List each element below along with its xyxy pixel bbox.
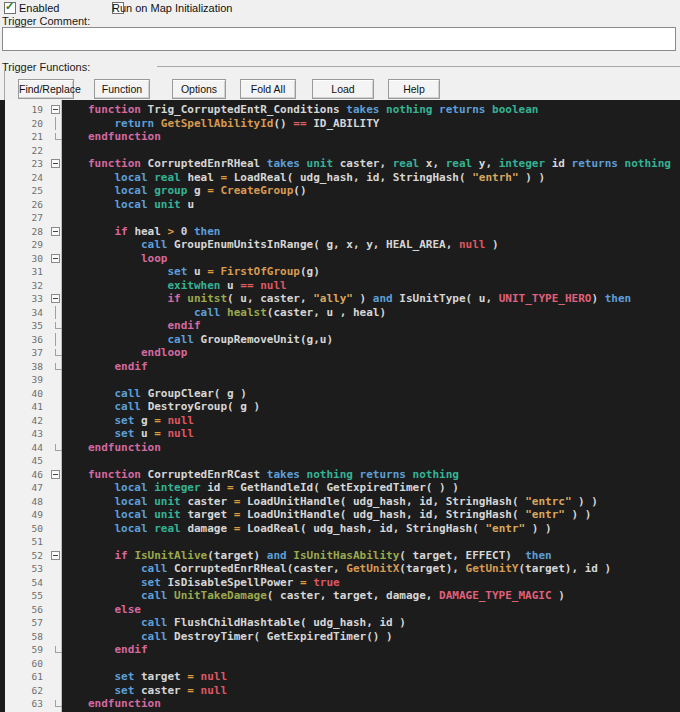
code-line[interactable]: set g = null	[88, 414, 194, 428]
code-token-id	[88, 670, 115, 683]
code-token-kw2: local	[115, 198, 155, 211]
code-line[interactable]: call GroupEnumUnitsInRange( g, x, y, HEA…	[88, 238, 499, 252]
code-token-kw2: and	[267, 549, 294, 562]
code-line[interactable]: local integer id = GetHandleId( GetExpir…	[88, 481, 459, 495]
code-token-id: id	[207, 481, 227, 494]
code-editor[interactable]: 1920212223242526272829303132333435363738…	[0, 100, 680, 712]
code-line[interactable]: set caster = null	[88, 684, 227, 698]
code-token-type: real	[154, 522, 187, 535]
code-line[interactable]: endfunction	[88, 697, 161, 711]
line-number: 42	[5, 414, 43, 428]
code-line[interactable]: set u = null	[88, 427, 194, 441]
code-line[interactable]: call DestroyTimer( GetExpiredTimer() )	[88, 630, 393, 644]
enabled-checkbox[interactable]: ✓	[4, 2, 16, 14]
code-token-lit: null	[260, 279, 287, 292]
code-line[interactable]: endif	[88, 360, 148, 374]
code-line[interactable]: endif	[88, 643, 148, 657]
trigger-comment-input[interactable]	[2, 27, 676, 51]
toolbar-button-load-template[interactable]: Load Template	[312, 79, 374, 99]
code-token-id: CorruptedEnrRHeal	[148, 157, 267, 170]
code-token-id	[88, 184, 115, 197]
line-number: 61	[5, 670, 43, 684]
line-number: 46	[5, 468, 43, 482]
code-line[interactable]: function CorruptedEnrRCast takes nothing…	[88, 468, 459, 482]
code-token-id: (caster, u , heal)	[267, 306, 386, 319]
fold-collapse-icon[interactable]	[51, 470, 60, 479]
code-token-kw1: endif	[115, 643, 148, 656]
toolbar-button-function-list[interactable]: Function List	[94, 79, 150, 99]
code-token-id: GroupClear( g )	[148, 387, 247, 400]
code-token-kw2: set	[115, 427, 142, 440]
code-line[interactable]: local group g = CreateGroup()	[88, 184, 307, 198]
code-line[interactable]: set IsDisableSpellPower = true	[88, 576, 340, 590]
code-line[interactable]: call DestroyGroup( g )	[88, 400, 260, 414]
fold-guide	[55, 646, 62, 653]
code-line[interactable]: endfunction	[88, 130, 161, 144]
code-token-kw1: function	[88, 468, 148, 481]
code-line[interactable]: set target = null	[88, 670, 227, 684]
code-token-id: Trig_CorruptedEntR_Conditions	[148, 103, 347, 116]
code-token-op: =	[234, 522, 247, 535]
code-line[interactable]: if IsUnitAlive(target) and IsUnitHasAbil…	[88, 549, 552, 563]
code-line[interactable]: endfunction	[88, 441, 161, 455]
code-line[interactable]: call UnitTakeDamage( caster, target, dam…	[88, 589, 565, 603]
code-line[interactable]: call GroupClear( g )	[88, 387, 247, 401]
fold-collapse-icon[interactable]	[51, 227, 60, 236]
code-line[interactable]: local real heal = LoadReal( udg_hash, id…	[88, 171, 545, 185]
code-area[interactable]: function Trig_CorruptedEntR_Conditions t…	[62, 100, 680, 712]
code-token-id	[88, 589, 141, 602]
code-token-cmp: ==	[240, 279, 260, 292]
code-line[interactable]: if heal > 0 then	[88, 225, 221, 239]
code-line[interactable]: loop	[88, 252, 167, 266]
toolbar-button-options[interactable]: Options	[172, 79, 226, 99]
code-line[interactable]: return GetSpellAbilityId() == ID_ABILITY	[88, 117, 379, 131]
code-line[interactable]: if unitst( u, caster, "ally" ) and IsUni…	[88, 292, 631, 306]
code-token-type: unit	[154, 495, 187, 508]
code-token-id	[88, 562, 141, 575]
code-line[interactable]: local unit caster = LoadUnitHandle( udg_…	[88, 495, 598, 509]
code-line[interactable]: call healst(caster, u , heal)	[88, 306, 386, 320]
code-line[interactable]: local unit target = LoadUnitHandle( udg_…	[88, 508, 591, 522]
code-line[interactable]: endloop	[88, 346, 187, 360]
fold-collapse-icon[interactable]	[51, 254, 60, 263]
code-line[interactable]: exitwhen u == null	[88, 279, 287, 293]
code-line[interactable]: function Trig_CorruptedEntR_Conditions t…	[88, 103, 538, 117]
code-token-type: integer	[499, 157, 552, 170]
code-token-kw2: returns	[572, 157, 625, 170]
code-token-kw2: local	[115, 171, 155, 184]
code-token-kw2: local	[115, 508, 155, 521]
toolbar-button-fold-all[interactable]: Fold All	[240, 79, 296, 99]
code-token-id	[88, 481, 115, 494]
code-token-kw2: call	[141, 616, 174, 629]
code-token-id: ( u, caster,	[227, 292, 313, 305]
code-token-id: CorruptedEnrRHeal(caster,	[174, 562, 346, 575]
code-token-str: "entrh"	[472, 171, 518, 184]
code-token-id	[88, 400, 115, 413]
fold-collapse-icon[interactable]	[51, 551, 60, 560]
code-token-lit: null	[459, 238, 486, 251]
code-line[interactable]: local real damage = LoadReal( udg_hash, …	[88, 522, 552, 536]
code-token-id: )	[552, 589, 565, 602]
fold-collapse-icon[interactable]	[51, 294, 60, 303]
code-line[interactable]: local unit u	[88, 198, 194, 212]
code-line[interactable]: call CorruptedEnrRHeal(caster, GetUnitX(…	[88, 562, 611, 576]
line-number: 24	[5, 171, 43, 185]
toolbar-button-help[interactable]: Help	[388, 79, 440, 99]
code-line[interactable]: call GroupRemoveUnit(g,u)	[88, 333, 333, 347]
code-line[interactable]: else	[88, 603, 141, 617]
code-token-id: damage	[187, 522, 233, 535]
code-line[interactable]: function CorruptedEnrRHeal takes unit ca…	[88, 157, 671, 171]
code-token-id: g	[194, 184, 207, 197]
code-line[interactable]: call FlushChildHashtable( udg_hash, id )	[88, 616, 406, 630]
toolbar-button-find-replace[interactable]: Find/Replace	[18, 79, 74, 99]
code-line[interactable]: endif	[88, 319, 201, 333]
code-line[interactable]: set u = FirstOfGroup(g)	[88, 265, 320, 279]
line-number: 55	[5, 589, 43, 603]
fold-collapse-icon[interactable]	[51, 105, 60, 114]
line-number: 37	[5, 346, 43, 360]
fold-collapse-icon[interactable]	[51, 159, 60, 168]
check-icon: ✓	[5, 0, 14, 13]
line-number: 53	[5, 562, 43, 576]
code-token-str: "entrc"	[525, 495, 571, 508]
code-token-kw2: takes	[267, 468, 307, 481]
